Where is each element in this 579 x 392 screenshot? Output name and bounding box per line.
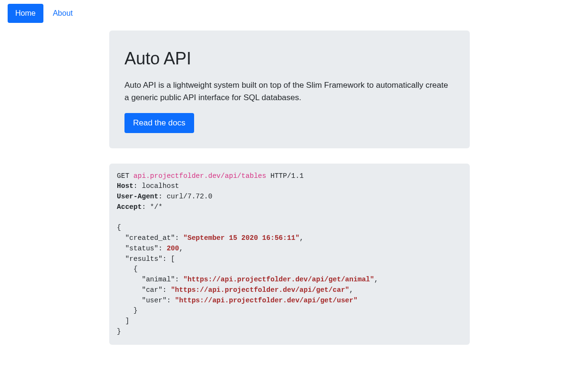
nav-home[interactable]: Home xyxy=(8,4,43,23)
main-container: Auto API Auto API is a lightweight syste… xyxy=(103,31,476,345)
code-sample: GET api.projectfolder.dev/api/tables HTT… xyxy=(109,164,470,345)
page-title: Auto API xyxy=(124,46,455,72)
navbar: Home About xyxy=(0,0,579,27)
read-docs-button[interactable]: Read the docs xyxy=(124,113,194,133)
nav-about[interactable]: About xyxy=(45,4,81,23)
jumbotron: Auto API Auto API is a lightweight syste… xyxy=(109,31,470,148)
page-description: Auto API is a lightweight system built o… xyxy=(124,79,455,103)
